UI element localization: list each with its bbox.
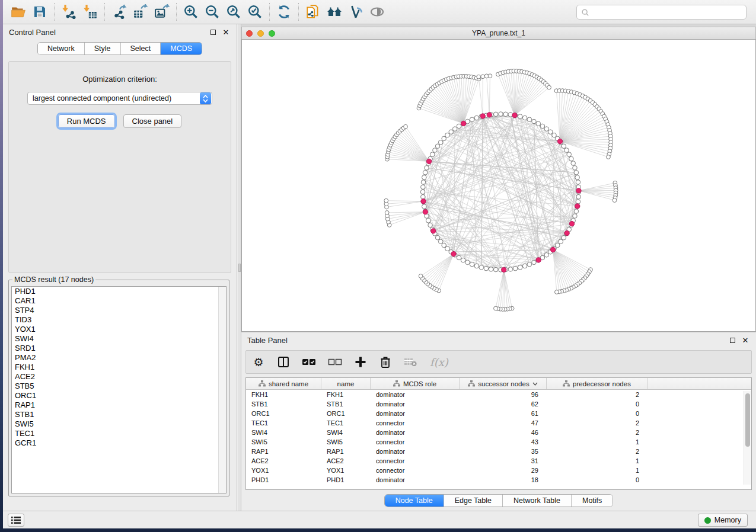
float-panel-icon[interactable]	[208, 27, 218, 37]
column-header-successor-nodes[interactable]: successor nodes	[460, 378, 547, 389]
mcds-result-item[interactable]: STB1	[12, 410, 226, 419]
show-hide-button[interactable]	[366, 2, 388, 21]
import-table-button[interactable]	[79, 2, 101, 21]
delete-table-button-disabled[interactable]	[404, 355, 418, 369]
mcds-result-item[interactable]: SRD1	[12, 344, 226, 353]
table-header-row: shared name name MCDS role successor nod…	[246, 378, 751, 390]
mcds-result-item[interactable]: FKH1	[12, 363, 226, 372]
add-column-button[interactable]	[354, 355, 367, 369]
tab-network[interactable]: Network	[38, 43, 85, 55]
table-cell: 0	[547, 475, 647, 485]
apply-layout-button[interactable]	[273, 2, 295, 21]
tab-network-table[interactable]: Network Table	[503, 495, 572, 507]
mcds-result-item[interactable]: SWI4	[12, 334, 226, 344]
table-scrollbar[interactable]	[744, 391, 751, 485]
zoom-in-button[interactable]	[180, 2, 202, 21]
table-row[interactable]: SWI4SWI4dominator462	[246, 428, 751, 437]
tab-select[interactable]: Select	[121, 43, 161, 55]
mcds-result-item[interactable]: CAR1	[12, 296, 226, 306]
table-row[interactable]: STB1STB1dominator620	[246, 399, 751, 409]
search-field[interactable]	[576, 5, 747, 20]
mcds-list-scrollbar[interactable]	[218, 287, 226, 493]
table-cell: 61	[460, 409, 547, 418]
table-scrollbar-thumb[interactable]	[745, 393, 750, 447]
search-input[interactable]	[589, 7, 746, 18]
close-table-panel-icon[interactable]: ✕	[741, 335, 750, 345]
tab-style[interactable]: Style	[85, 43, 121, 55]
mcds-result-item[interactable]: YOX1	[12, 325, 226, 334]
delete-column-button[interactable]	[379, 355, 392, 369]
table-row[interactable]: PHD1PHD1dominator180	[246, 475, 751, 485]
save-session-button[interactable]	[29, 2, 50, 21]
memory-button[interactable]: Memory	[698, 514, 748, 527]
select-stepper-icon	[200, 92, 211, 104]
table-cell: 1	[547, 456, 647, 466]
mcds-result-item[interactable]: SWI5	[12, 419, 226, 429]
application-window: Control Panel ✕ Network Style Select MCD…	[3, 0, 756, 528]
function-builder-button-disabled[interactable]: f(x)	[430, 355, 448, 369]
zoom-fit-button[interactable]	[223, 2, 244, 21]
column-header-predecessor-nodes[interactable]: predecessor nodes	[547, 378, 647, 389]
export-image-button[interactable]	[151, 2, 173, 21]
column-header-name[interactable]: name	[321, 378, 371, 389]
node-table: shared name name MCDS role successor nod…	[245, 377, 752, 490]
tree-icon	[393, 380, 400, 387]
network-graph	[242, 40, 755, 331]
table-cell: FKH1	[321, 390, 371, 399]
mcds-result-item[interactable]: TID3	[12, 315, 226, 325]
network-window-titlebar[interactable]: YPA_prune.txt_1	[241, 27, 756, 39]
zoom-selected-button[interactable]	[244, 2, 266, 21]
mcds-result-item[interactable]: PHD1	[12, 287, 226, 296]
mcds-result-item[interactable]: ORC1	[12, 391, 226, 400]
table-row[interactable]: FKH1FKH1dominator962	[246, 390, 751, 399]
tab-motifs[interactable]: Motifs	[572, 495, 613, 507]
show-columns-button[interactable]	[277, 355, 290, 369]
export-table-button[interactable]	[130, 2, 151, 21]
float-table-panel-icon[interactable]	[728, 335, 737, 345]
mcds-result-item[interactable]: PMA2	[12, 353, 226, 363]
optimization-criterion-label: Optimization criterion:	[9, 75, 231, 84]
select-all-button[interactable]	[302, 355, 316, 369]
tab-mcds[interactable]: MCDS	[161, 43, 202, 55]
optimization-criterion-select[interactable]: largest connected component (undirected)	[27, 92, 212, 105]
share-network-button[interactable]	[302, 2, 324, 21]
mcds-result-item[interactable]: GCR1	[12, 438, 226, 448]
export-network-icon	[111, 4, 127, 20]
column-header-mcds-role[interactable]: MCDS role	[371, 378, 460, 389]
table-row[interactable]: ORC1ORC1dominator610	[246, 409, 751, 418]
table-row[interactable]: RAP1RAP1dominator352	[246, 447, 751, 456]
tree-icon	[468, 380, 475, 387]
table-cell: connector	[371, 456, 460, 466]
tab-edge-table[interactable]: Edge Table	[444, 495, 503, 507]
vizmapper-button[interactable]	[345, 2, 366, 21]
mcds-result-item[interactable]: ACE2	[12, 372, 226, 382]
table-cell: SWI4	[321, 428, 371, 437]
mcds-result-item[interactable]: STB5	[12, 382, 226, 391]
mcds-result-item[interactable]: TEC1	[12, 429, 226, 438]
network-canvas[interactable]	[241, 39, 756, 332]
table-row[interactable]: ACE2ACE2connector311	[246, 456, 751, 466]
mcds-result-item[interactable]: STP4	[12, 306, 226, 315]
table-row[interactable]: TEC1TEC1connector472	[246, 418, 751, 428]
table-row[interactable]: SWI5SWI5connector431	[246, 437, 751, 447]
run-mcds-button[interactable]: Run MCDS	[58, 114, 115, 128]
column-header-shared-name[interactable]: shared name	[246, 378, 321, 389]
new-network-button[interactable]	[324, 2, 345, 21]
close-panel-icon[interactable]: ✕	[221, 27, 231, 37]
import-network-button[interactable]	[58, 2, 79, 21]
close-panel-button[interactable]: Close panel	[123, 114, 182, 128]
open-file-button[interactable]	[8, 2, 29, 21]
task-history-button[interactable]	[8, 514, 24, 527]
export-network-button[interactable]	[109, 2, 130, 21]
deselect-all-button[interactable]	[328, 355, 342, 369]
splitter-handle-icon[interactable]	[238, 264, 241, 272]
table-row[interactable]: YOX1YOX1connector291	[246, 466, 751, 475]
table-cell: 2	[547, 428, 647, 437]
mcds-result-list[interactable]: PHD1CAR1STP4TID3YOX1SWI4SRD1PMA2FKH1ACE2…	[11, 286, 227, 493]
table-settings-button[interactable]: ⚙	[252, 355, 265, 369]
export-table-icon	[133, 4, 148, 20]
toolbar-separator	[298, 3, 299, 21]
tab-node-table[interactable]: Node Table	[385, 495, 444, 507]
mcds-result-item[interactable]: RAP1	[12, 400, 226, 410]
zoom-out-button[interactable]	[202, 2, 223, 21]
